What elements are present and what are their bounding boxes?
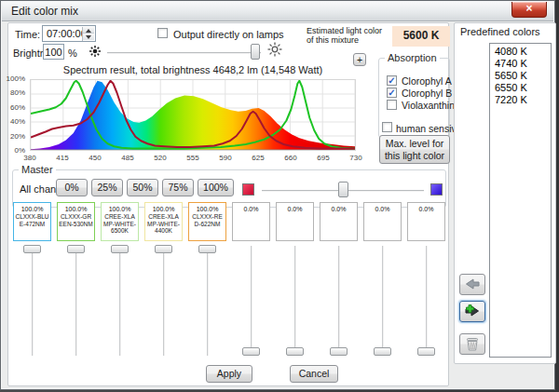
channel-box[interactable]: 0.0% (363, 202, 402, 241)
brightness-slider-track[interactable] (107, 52, 261, 54)
spinner-down-icon[interactable] (83, 34, 94, 40)
spectrum-chart-title: Spectrum result, total brightness 4648,2… (30, 64, 356, 75)
human-sensitivity-checkbox[interactable] (382, 122, 392, 132)
titlebar[interactable]: Edit color mix × (2, 2, 553, 21)
absorption-item-label: Clorophyl A (402, 75, 452, 87)
channel-box[interactable]: 0.0% (232, 202, 270, 241)
add-to-list-button[interactable] (459, 301, 485, 322)
brightness-unit: % (68, 47, 77, 59)
checkbox-checked[interactable]: ✓ (387, 75, 397, 86)
channel-slider-handle[interactable] (198, 245, 216, 253)
brightness-dim-icon (89, 45, 102, 61)
brightness-slider-thumb[interactable] (251, 44, 260, 60)
master-title: Master (19, 164, 56, 175)
channel-box[interactable]: 0.0% (407, 202, 445, 241)
channel-6: 0.0% (232, 202, 270, 358)
spinner-up-icon[interactable] (83, 27, 94, 34)
output-on-lamps-checkbox[interactable] (157, 28, 168, 38)
x-tick-label: 660 (284, 154, 296, 162)
preset-button-25[interactable]: 25% (91, 179, 123, 196)
channel-5: 100.0%CLXXX-RED-622NM (188, 202, 226, 358)
apply-button[interactable]: Apply (206, 365, 252, 383)
channel-box[interactable]: 100.0%CLXXX-GREEN-530NM (57, 202, 95, 241)
channel-box[interactable]: 100.0%CREE-XLAMP-WHITE-6500K (101, 202, 139, 241)
channel-slider-groove[interactable] (163, 246, 165, 356)
channel-slider-handle[interactable] (374, 347, 391, 356)
preset-button-50[interactable]: 50% (127, 179, 158, 196)
channel-slider-groove[interactable] (119, 246, 121, 356)
channel-slider-handle[interactable] (330, 347, 348, 356)
channel-slider-groove[interactable] (32, 246, 34, 356)
channel-slider-groove[interactable] (251, 246, 252, 356)
time-field[interactable]: 07:00:00 (42, 25, 96, 42)
checkbox-checked[interactable]: ✓ (387, 88, 397, 98)
channel-slider (232, 244, 270, 358)
predefined-colors-list[interactable]: 4080 K4740 K5650 K6550 K7220 K (489, 43, 552, 358)
preset-button-75[interactable]: 75% (162, 179, 194, 196)
absorption-item[interactable]: ✓Clorophyl A (387, 74, 445, 87)
channel-slider-handle[interactable] (23, 245, 41, 253)
absorption-item-label: Clorophyl B (402, 88, 452, 99)
channel-slider-handle[interactable] (67, 245, 85, 253)
trash-icon (463, 334, 482, 355)
channel-slider (320, 244, 358, 358)
channel-slider (363, 244, 402, 358)
channel-slider-groove[interactable] (207, 246, 209, 356)
channel-box[interactable]: 0.0% (320, 202, 358, 241)
channel-slider-handle[interactable] (286, 347, 304, 356)
channel-slider-groove[interactable] (338, 246, 340, 356)
time-spinner[interactable] (82, 27, 94, 41)
channel-slider-handle[interactable] (155, 245, 172, 253)
predefined-color-item[interactable]: 4740 K (490, 58, 551, 70)
channel-slider-handle[interactable] (242, 347, 260, 356)
channel-box[interactable]: 100.0%CLXXX-RED-622NM (188, 202, 226, 241)
x-tick-label: 380 (23, 154, 35, 162)
channel-slider-groove[interactable] (426, 246, 428, 356)
channel-box[interactable]: 100.0%CLXXX-BLUE-472NM (13, 202, 51, 241)
close-icon: × (525, 2, 532, 15)
checkbox-unchecked[interactable] (387, 100, 397, 110)
master-blue-swatch (430, 183, 443, 196)
brightness-value: 100 (44, 45, 63, 60)
channel-8: 0.0% (320, 202, 358, 358)
channel-percent: 100.0% (102, 206, 138, 212)
move-left-button[interactable] (459, 274, 485, 295)
close-button[interactable]: × (511, 2, 547, 18)
x-tick-label: 415 (56, 154, 68, 162)
channel-slider (13, 244, 51, 358)
channel-slider-handle[interactable] (417, 347, 435, 356)
channel-percent: 0.0% (320, 206, 357, 212)
predefined-colors-title: Predefined colors (460, 26, 540, 37)
channel-box[interactable]: 100.0%CREE-XLAMP-WHITE-4400K (144, 202, 183, 241)
channel-slider-groove[interactable] (75, 246, 77, 356)
channel-slider (276, 244, 314, 358)
channel-slider-groove[interactable] (382, 246, 384, 356)
main-panel: Time: 07:00:00 Output directly on lamps … (7, 22, 449, 386)
absorption-items: ✓Clorophyl A✓Clorophyl BViolaxanthin (387, 74, 445, 111)
channel-slider (101, 244, 139, 358)
absorption-title: Absorption (385, 52, 440, 63)
predefined-color-item[interactable]: 6550 K (490, 82, 551, 94)
left-arrow-icon (463, 275, 482, 295)
predefined-color-item[interactable]: 5650 K (490, 70, 551, 82)
channel-slider (144, 244, 183, 358)
cancel-button[interactable]: Cancel (290, 365, 338, 383)
master-slider-thumb[interactable] (338, 182, 348, 197)
x-tick-label: 695 (317, 154, 329, 162)
estimated-light-value: 5600 K (392, 26, 450, 47)
delete-button[interactable] (459, 333, 485, 355)
max-level-button[interactable]: Max. level for this light color (379, 135, 450, 164)
channel-slider-handle[interactable] (111, 245, 129, 253)
channel-slider-groove[interactable] (294, 246, 296, 356)
channel-box[interactable]: 0.0% (276, 202, 314, 241)
output-on-lamps-label[interactable]: Output directly on lamps (173, 29, 284, 40)
predefined-color-item[interactable]: 7220 K (490, 94, 551, 106)
absorption-item[interactable]: ✓Clorophyl B (387, 87, 445, 99)
brightness-input[interactable]: 100 (43, 44, 64, 60)
absorption-item-label: Violaxanthin (402, 100, 455, 111)
absorption-item[interactable]: Violaxanthin (387, 99, 445, 111)
preset-button-100[interactable]: 100% (198, 179, 234, 196)
predefined-color-item[interactable]: 4080 K (490, 46, 551, 58)
x-tick-label: 485 (121, 154, 133, 162)
preset-button-0[interactable]: 0% (56, 179, 88, 196)
